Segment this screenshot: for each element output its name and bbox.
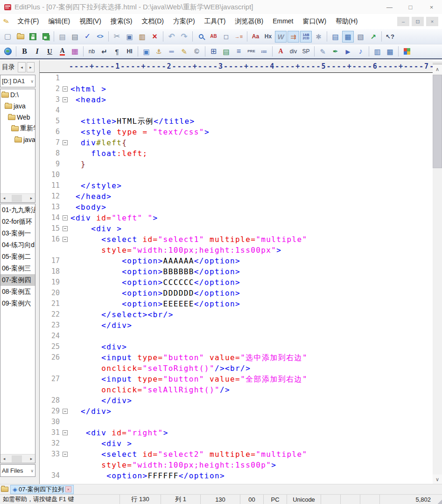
fold-marker[interactable] <box>63 215 68 220</box>
word-wrap-button[interactable]: W <box>275 31 287 43</box>
image-button[interactable]: ▣ <box>140 46 152 57</box>
scroll-down-button[interactable]: ∨ <box>433 475 442 484</box>
file-item-4[interactable]: 05-案例二 <box>0 251 35 263</box>
menu-item-0[interactable]: 文件(F) <box>13 15 44 28</box>
auto-indent-button[interactable]: ⇉ <box>288 31 299 43</box>
resize-grip[interactable] <box>435 495 442 504</box>
fold-marker[interactable] <box>63 226 68 231</box>
print-button[interactable]: ▤ <box>69 31 81 43</box>
file-filter-selector[interactable]: All Files ∨ <box>0 464 35 477</box>
spell-check-button[interactable]: ✓ <box>82 31 93 43</box>
menu-item-1[interactable]: 编辑(E) <box>43 15 75 28</box>
window-switch-button[interactable] <box>401 46 413 57</box>
mdi-minimize-button[interactable]: – <box>397 17 409 26</box>
span-tag-button[interactable]: SP <box>300 46 312 57</box>
close-button[interactable]: × <box>421 0 442 14</box>
table-button[interactable]: ⊞ <box>208 46 219 57</box>
menu-item-8[interactable]: Emmet <box>268 15 298 28</box>
file-item-2[interactable]: 03-案例一 <box>0 227 35 239</box>
menu-item-2[interactable]: 视图(V) <box>75 15 106 28</box>
hscroll-thumb[interactable] <box>12 195 22 202</box>
file-item-7[interactable]: 08-案例五 <box>0 286 35 298</box>
bold-button[interactable]: B <box>19 46 30 57</box>
minimize-button[interactable]: — <box>379 0 400 14</box>
menu-item-10[interactable]: 帮助(H) <box>331 15 362 28</box>
tree-item-4[interactable]: javas <box>0 134 35 145</box>
drive-selector[interactable]: [D:] DA1 ∨ <box>0 75 35 87</box>
mdi-restore-button[interactable]: ⊡ <box>412 17 424 26</box>
new-file-button[interactable]: ▢ <box>2 31 14 43</box>
file-item-5[interactable]: 06-案例三 <box>0 263 35 274</box>
music-button[interactable]: ♪ <box>355 46 366 57</box>
open-in-browser-button[interactable]: ↗ <box>367 31 379 43</box>
style-brush-button[interactable]: ✒ <box>330 46 341 57</box>
context-help-button[interactable]: ↖? <box>384 31 396 43</box>
change-case-button[interactable]: Aa <box>250 31 261 43</box>
save-button[interactable] <box>27 31 39 43</box>
hscroll-left-icon[interactable]: ◂ <box>0 194 8 203</box>
hscroll-right-icon[interactable]: ▸ <box>28 454 35 463</box>
menu-item-5[interactable]: 方案(P) <box>168 15 200 28</box>
redo-button[interactable]: ↷ <box>178 31 190 43</box>
nbsp-button[interactable]: nb <box>86 46 98 57</box>
fold-marker[interactable] <box>63 430 68 435</box>
maximize-button[interactable]: □ <box>400 0 421 14</box>
menu-item-9[interactable]: 窗口(W) <box>298 15 331 28</box>
hscroll-thumb[interactable] <box>12 455 22 462</box>
preferences-button[interactable]: ✱ <box>313 31 324 43</box>
tree-item-2[interactable]: Web <box>0 112 35 123</box>
window-list-button[interactable]: ◻ <box>220 31 232 43</box>
directory-tab-label[interactable]: 目录 <box>2 63 15 71</box>
code-viewport[interactable]: 12<html >3 <head>45 <title>HTML示例</title… <box>40 73 433 484</box>
cut-button[interactable]: ✂ <box>111 31 123 43</box>
fold-marker[interactable] <box>63 452 68 457</box>
div-tag-button[interactable]: div <box>288 46 299 57</box>
html-source-button[interactable]: <> <box>94 31 106 43</box>
font-tag-button[interactable]: A <box>275 46 287 57</box>
tree-item-1[interactable]: java <box>0 100 35 112</box>
document-map-button[interactable]: ▧ <box>355 31 366 43</box>
list-button[interactable]: ≔ <box>258 46 270 57</box>
window-split-button[interactable]: ▦ <box>384 46 396 57</box>
document-tab[interactable]: ◈ 07-案例四下拉列 × <box>10 485 74 494</box>
pre-tag-button[interactable]: PRE <box>246 46 257 57</box>
menu-item-4[interactable]: 文档(D) <box>137 15 168 28</box>
fold-marker[interactable] <box>63 97 68 102</box>
print-preview-button[interactable]: ▤ <box>56 31 68 43</box>
window-panes-button[interactable]: ▥ <box>372 46 383 57</box>
video-button[interactable]: ▶ <box>342 46 354 57</box>
menu-item-6[interactable]: 工具(T) <box>200 15 231 28</box>
tab-scroll-right-button[interactable]: ▸ <box>27 62 35 72</box>
tree-item-0[interactable]: D:\ <box>0 89 35 100</box>
file-item-3[interactable]: 04-练习向d <box>0 239 35 251</box>
undo-button[interactable]: ↶ <box>166 31 177 43</box>
fold-marker[interactable] <box>63 237 68 242</box>
form-button[interactable]: ✎ <box>178 46 190 57</box>
vscroll-track[interactable] <box>433 74 442 475</box>
tree-item-3[interactable]: 重新学 <box>0 123 35 134</box>
fold-marker[interactable] <box>63 86 68 92</box>
menu-item-7[interactable]: 浏览器(B) <box>230 15 268 28</box>
tile-windows-button[interactable]: ▦ <box>342 31 354 43</box>
paragraph-button[interactable]: ¶ <box>111 46 123 57</box>
script-edit-button[interactable]: ✎ <box>317 46 329 57</box>
heading-button[interactable]: HI <box>124 46 135 57</box>
italic-button[interactable]: I <box>31 46 43 57</box>
table-row-button[interactable]: ▤ <box>220 46 232 57</box>
fold-marker[interactable] <box>63 140 68 145</box>
delete-button[interactable]: × <box>149 31 161 43</box>
vscroll-thumb[interactable] <box>433 75 442 168</box>
line-break-button[interactable]: ↵ <box>98 46 110 57</box>
find-button[interactable] <box>195 31 207 43</box>
hscroll-left-icon[interactable]: ◂ <box>0 454 8 463</box>
font-color-button[interactable]: A <box>56 46 68 57</box>
file-item-6[interactable]: 07-案例四 <box>0 274 35 286</box>
hscroll-track[interactable] <box>8 194 28 202</box>
center-align-button[interactable]: ≡ <box>233 46 245 57</box>
hex-view-button[interactable]: Hx <box>262 31 274 43</box>
line-numbers-button[interactable]: 1AB 2CD <box>300 31 312 43</box>
mdi-close-button[interactable]: × <box>426 17 438 26</box>
paste-button[interactable]: ▥ <box>136 31 148 43</box>
save-all-button[interactable] <box>40 31 51 43</box>
browser-preview-button[interactable] <box>2 46 14 57</box>
